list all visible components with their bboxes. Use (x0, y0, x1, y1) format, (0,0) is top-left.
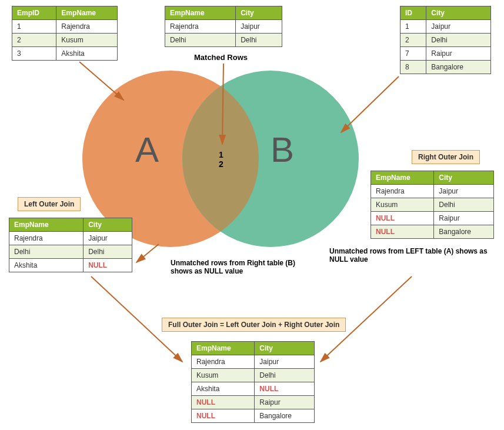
right-join-label: Right Outer Join (412, 150, 480, 164)
table-full-join: EmpNameCity RajendraJaipur KusumDelhi Ak… (191, 341, 315, 423)
full-join-label: Full Outer Join = Left Outer Join + Righ… (162, 318, 346, 332)
venn-label-b: B (271, 129, 294, 170)
table-a-source: EmpIDEmpName 1Rajendra 2Kusum 3Akshita (12, 6, 118, 61)
right-note: Unmatched rows from LEFT table (A) shows… (329, 247, 500, 264)
table-b-source: IDCity 1Jaipur 2Delhi 7Raipur 8Bangalore (400, 6, 491, 74)
venn-label-a: A (135, 129, 159, 170)
table-right-join: EmpNameCity RajendraJaipur KusumDelhi NU… (371, 171, 494, 239)
table-left-join: EmpNameCity RajendraJaipur DelhiDelhi Ak… (9, 218, 132, 272)
venn-intersection: 1 2 (215, 150, 227, 169)
matched-rows-caption: Matched Rows (194, 53, 248, 62)
left-note: Unmatched rows from Right table (B) show… (171, 259, 300, 275)
table-matched: EmpNameCity RajendraJaipur DelhiDelhi (165, 6, 282, 47)
left-join-label: Left Outer Join (18, 197, 81, 211)
